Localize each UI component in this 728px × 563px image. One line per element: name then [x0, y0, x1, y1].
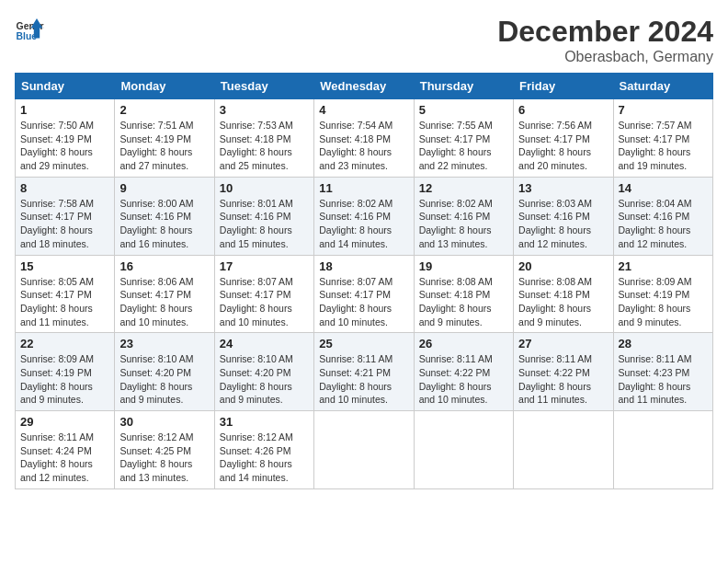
day-info: Sunrise: 8:02 AMSunset: 4:16 PMDaylight:… — [319, 197, 408, 251]
day-number: 29 — [20, 415, 109, 429]
day-info: Sunrise: 8:05 AMSunset: 4:17 PMDaylight:… — [20, 275, 109, 329]
calendar-cell: 23Sunrise: 8:10 AMSunset: 4:20 PMDayligh… — [115, 333, 214, 411]
day-number: 17 — [220, 259, 309, 273]
col-monday: Monday — [115, 74, 214, 99]
calendar-cell: 20Sunrise: 8:08 AMSunset: 4:18 PMDayligh… — [514, 255, 613, 333]
calendar-cell: 15Sunrise: 8:05 AMSunset: 4:17 PMDayligh… — [16, 255, 115, 333]
calendar-cell: 22Sunrise: 8:09 AMSunset: 4:19 PMDayligh… — [16, 333, 115, 411]
calendar-cell — [514, 411, 613, 489]
logo: General Blue — [15, 15, 44, 44]
calendar-cell: 24Sunrise: 8:10 AMSunset: 4:20 PMDayligh… — [214, 333, 313, 411]
day-info: Sunrise: 7:56 AMSunset: 4:17 PMDaylight:… — [518, 119, 608, 173]
day-number: 8 — [20, 181, 109, 195]
calendar-cell: 1Sunrise: 7:50 AMSunset: 4:19 PMDaylight… — [16, 99, 115, 178]
day-info: Sunrise: 7:50 AMSunset: 4:19 PMDaylight:… — [20, 119, 109, 173]
day-number: 16 — [119, 259, 209, 273]
col-saturday: Saturday — [613, 74, 712, 99]
day-number: 30 — [119, 415, 209, 429]
day-number: 24 — [220, 337, 309, 350]
day-number: 2 — [119, 103, 209, 117]
calendar-cell — [414, 411, 513, 489]
day-number: 6 — [518, 103, 608, 117]
day-info: Sunrise: 8:06 AMSunset: 4:17 PMDaylight:… — [119, 275, 209, 329]
calendar-cell: 12Sunrise: 8:02 AMSunset: 4:16 PMDayligh… — [414, 177, 513, 255]
col-tuesday: Tuesday — [214, 74, 313, 99]
calendar-cell: 27Sunrise: 8:11 AMSunset: 4:22 PMDayligh… — [514, 333, 613, 411]
calendar-cell: 13Sunrise: 8:03 AMSunset: 4:16 PMDayligh… — [514, 177, 613, 255]
day-number: 13 — [518, 181, 608, 195]
day-info: Sunrise: 7:58 AMSunset: 4:17 PMDaylight:… — [20, 197, 109, 251]
day-info: Sunrise: 8:12 AMSunset: 4:25 PMDaylight:… — [119, 431, 209, 485]
day-number: 19 — [419, 259, 508, 273]
day-info: Sunrise: 8:01 AMSunset: 4:16 PMDaylight:… — [220, 197, 309, 251]
day-info: Sunrise: 7:51 AMSunset: 4:19 PMDaylight:… — [119, 119, 209, 173]
calendar-cell: 5Sunrise: 7:55 AMSunset: 4:17 PMDaylight… — [414, 99, 513, 178]
calendar-cell: 3Sunrise: 7:53 AMSunset: 4:18 PMDaylight… — [214, 99, 313, 178]
calendar-cell: 19Sunrise: 8:08 AMSunset: 4:18 PMDayligh… — [414, 255, 513, 333]
day-info: Sunrise: 8:08 AMSunset: 4:18 PMDaylight:… — [518, 275, 608, 329]
calendar-cell: 17Sunrise: 8:07 AMSunset: 4:17 PMDayligh… — [214, 255, 313, 333]
logo-icon: General Blue — [15, 15, 44, 44]
day-number: 28 — [619, 337, 708, 350]
day-info: Sunrise: 8:11 AMSunset: 4:23 PMDaylight:… — [619, 352, 708, 407]
day-number: 9 — [119, 181, 209, 195]
calendar-body: 1Sunrise: 7:50 AMSunset: 4:19 PMDaylight… — [16, 99, 713, 489]
calendar-week-row: 15Sunrise: 8:05 AMSunset: 4:17 PMDayligh… — [16, 255, 713, 333]
day-info: Sunrise: 8:07 AMSunset: 4:17 PMDaylight:… — [220, 275, 309, 329]
calendar-cell: 8Sunrise: 7:58 AMSunset: 4:17 PMDaylight… — [16, 177, 115, 255]
day-info: Sunrise: 8:11 AMSunset: 4:22 PMDaylight:… — [518, 352, 608, 407]
day-number: 15 — [20, 259, 109, 273]
day-number: 10 — [220, 181, 309, 195]
calendar-cell: 16Sunrise: 8:06 AMSunset: 4:17 PMDayligh… — [115, 255, 214, 333]
calendar-cell: 25Sunrise: 8:11 AMSunset: 4:21 PMDayligh… — [314, 333, 414, 411]
day-number: 21 — [619, 259, 708, 273]
day-number: 23 — [119, 337, 209, 350]
col-thursday: Thursday — [414, 74, 513, 99]
page-title: December 2024 — [497, 15, 713, 49]
title-area: December 2024 Oberasbach, Germany — [497, 15, 713, 65]
day-info: Sunrise: 7:54 AMSunset: 4:18 PMDaylight:… — [319, 119, 408, 173]
day-info: Sunrise: 8:08 AMSunset: 4:18 PMDaylight:… — [419, 275, 508, 329]
day-number: 20 — [518, 259, 608, 273]
day-number: 25 — [319, 337, 408, 350]
day-number: 12 — [419, 181, 508, 195]
day-info: Sunrise: 8:11 AMSunset: 4:22 PMDaylight:… — [419, 352, 508, 407]
day-number: 26 — [419, 337, 508, 350]
calendar-cell: 9Sunrise: 8:00 AMSunset: 4:16 PMDaylight… — [115, 177, 214, 255]
day-number: 11 — [319, 181, 408, 195]
calendar-cell: 30Sunrise: 8:12 AMSunset: 4:25 PMDayligh… — [115, 411, 214, 489]
calendar-cell — [613, 411, 712, 489]
day-info: Sunrise: 8:11 AMSunset: 4:21 PMDaylight:… — [319, 352, 408, 407]
calendar-cell: 26Sunrise: 8:11 AMSunset: 4:22 PMDayligh… — [414, 333, 513, 411]
day-info: Sunrise: 7:53 AMSunset: 4:18 PMDaylight:… — [220, 119, 309, 173]
calendar-cell: 31Sunrise: 8:12 AMSunset: 4:26 PMDayligh… — [214, 411, 313, 489]
day-info: Sunrise: 8:11 AMSunset: 4:24 PMDaylight:… — [20, 431, 109, 485]
day-info: Sunrise: 8:03 AMSunset: 4:16 PMDaylight:… — [518, 197, 608, 251]
day-number: 5 — [419, 103, 508, 117]
col-wednesday: Wednesday — [314, 74, 414, 99]
calendar-week-row: 22Sunrise: 8:09 AMSunset: 4:19 PMDayligh… — [16, 333, 713, 411]
day-number: 22 — [20, 337, 109, 350]
calendar-cell: 11Sunrise: 8:02 AMSunset: 4:16 PMDayligh… — [314, 177, 414, 255]
day-number: 7 — [619, 103, 708, 117]
calendar-week-row: 8Sunrise: 7:58 AMSunset: 4:17 PMDaylight… — [16, 177, 713, 255]
day-number: 27 — [518, 337, 608, 350]
calendar-cell: 10Sunrise: 8:01 AMSunset: 4:16 PMDayligh… — [214, 177, 313, 255]
calendar-cell: 28Sunrise: 8:11 AMSunset: 4:23 PMDayligh… — [613, 333, 712, 411]
day-number: 14 — [619, 181, 708, 195]
calendar-cell: 2Sunrise: 7:51 AMSunset: 4:19 PMDaylight… — [115, 99, 214, 178]
day-info: Sunrise: 7:55 AMSunset: 4:17 PMDaylight:… — [419, 119, 508, 173]
day-info: Sunrise: 8:09 AMSunset: 4:19 PMDaylight:… — [20, 352, 109, 407]
day-info: Sunrise: 8:09 AMSunset: 4:19 PMDaylight:… — [619, 275, 708, 329]
day-number: 3 — [220, 103, 309, 117]
day-info: Sunrise: 8:10 AMSunset: 4:20 PMDaylight:… — [119, 352, 209, 407]
calendar-cell: 4Sunrise: 7:54 AMSunset: 4:18 PMDaylight… — [314, 99, 414, 178]
day-number: 31 — [220, 415, 309, 429]
calendar-cell: 21Sunrise: 8:09 AMSunset: 4:19 PMDayligh… — [613, 255, 712, 333]
col-sunday: Sunday — [16, 74, 115, 99]
calendar-header-row: Sunday Monday Tuesday Wednesday Thursday… — [16, 74, 713, 99]
day-info: Sunrise: 8:12 AMSunset: 4:26 PMDaylight:… — [220, 431, 309, 485]
page-subtitle: Oberasbach, Germany — [497, 49, 713, 65]
day-info: Sunrise: 8:10 AMSunset: 4:20 PMDaylight:… — [220, 352, 309, 407]
calendar-cell: 29Sunrise: 8:11 AMSunset: 4:24 PMDayligh… — [16, 411, 115, 489]
